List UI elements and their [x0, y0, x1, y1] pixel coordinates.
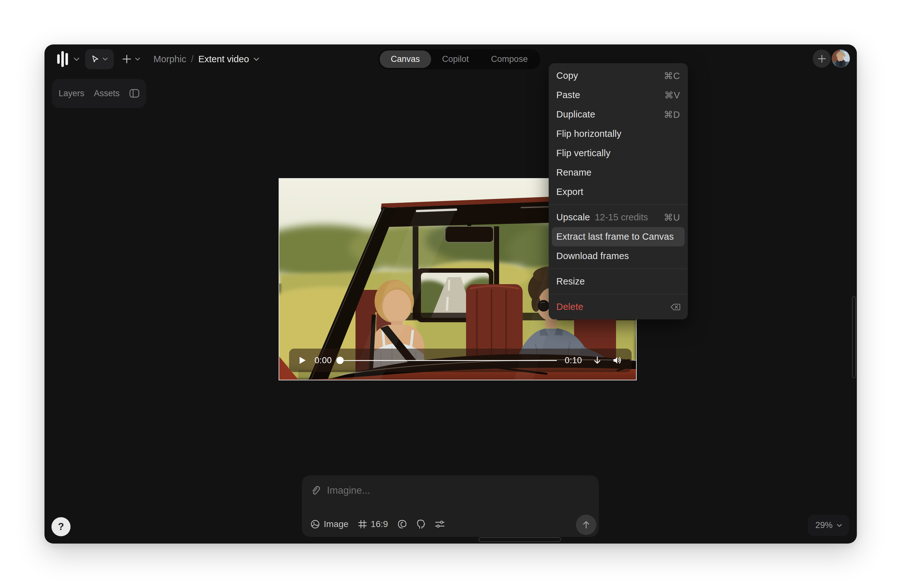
mode-selector[interactable]: Image	[310, 519, 349, 529]
backspace-icon	[671, 303, 680, 311]
prompt-input[interactable]: Imagine...	[327, 485, 370, 496]
aspect-ratio-selector[interactable]: 16:9	[358, 519, 388, 529]
left-panel-toggle: Layers Assets	[52, 79, 146, 108]
mode-label: Image	[324, 519, 349, 529]
app-window: Morphic / Extent video Canvas Copilot Co…	[44, 44, 857, 544]
menu-item-resize[interactable]: Resize	[549, 272, 688, 291]
menu-item-rename[interactable]: Rename	[549, 163, 688, 182]
duration: 0:10	[564, 356, 582, 366]
arrow-up-icon	[582, 520, 591, 529]
add-object-icon[interactable]	[122, 54, 131, 64]
upscale-credits-note: 12-15 credits	[595, 212, 648, 222]
layers-tab[interactable]: Layers	[58, 89, 84, 98]
horizontal-scrollbar[interactable]	[479, 537, 561, 542]
breadcrumb: Morphic / Extent video	[153, 54, 259, 64]
chevron-down-icon	[103, 58, 108, 61]
breadcrumb-separator: /	[191, 54, 193, 64]
volume-button[interactable]	[613, 356, 622, 365]
scrubber-handle[interactable]	[336, 357, 343, 364]
menu-item-extract-last-frame[interactable]: Extract last frame to Canvas	[552, 227, 684, 246]
menu-item-flip-vertically[interactable]: Flip vertically	[549, 143, 688, 163]
menu-item-upscale[interactable]: Upscale 12-15 credits ⌘U	[549, 208, 688, 227]
sidebar-toggle-icon[interactable]	[129, 89, 139, 98]
menu-item-paste[interactable]: Paste ⌘V	[549, 86, 688, 105]
sliders-icon[interactable]	[435, 520, 445, 529]
seek-bar[interactable]	[340, 360, 557, 361]
menu-separator	[549, 294, 688, 294]
help-button[interactable]: ?	[51, 517, 70, 536]
breadcrumb-project[interactable]: Morphic	[153, 54, 186, 64]
zoom-level: 29%	[815, 520, 832, 530]
tab-copilot[interactable]: Copilot	[431, 50, 480, 68]
chevron-down-icon[interactable]	[135, 58, 140, 61]
context-menu: Copy ⌘C Paste ⌘V Duplicate ⌘D Flip horiz…	[549, 63, 688, 319]
download-button[interactable]	[593, 356, 602, 365]
assets-tab[interactable]: Assets	[94, 89, 120, 98]
chevron-down-icon[interactable]	[74, 58, 80, 61]
view-switcher: Canvas Copilot Compose	[378, 49, 540, 69]
toolbar: Morphic / Extent video	[57, 49, 259, 69]
tab-canvas[interactable]: Canvas	[380, 50, 431, 68]
spiral-icon[interactable]	[398, 520, 407, 529]
menu-item-download-frames[interactable]: Download frames	[549, 246, 688, 266]
head-profile-icon[interactable]	[416, 520, 426, 529]
tab-compose[interactable]: Compose	[480, 50, 539, 68]
breadcrumb-page[interactable]: Extent video	[198, 54, 249, 64]
play-button[interactable]	[299, 356, 306, 364]
prompt-bar[interactable]: Imagine... Image 16:9	[302, 475, 599, 537]
aspect-ratio-icon	[358, 520, 367, 529]
zoom-control[interactable]: 29%	[808, 515, 849, 536]
chevron-down-icon[interactable]	[254, 58, 259, 61]
paperclip-icon[interactable]	[310, 485, 320, 496]
vertical-scrollbar[interactable]	[852, 296, 856, 378]
video-controls: 0:00 0:10	[289, 348, 631, 372]
image-icon	[310, 520, 320, 529]
menu-item-copy[interactable]: Copy ⌘C	[549, 66, 688, 86]
menu-item-duplicate[interactable]: Duplicate ⌘D	[549, 105, 688, 124]
menu-item-delete[interactable]: Delete	[549, 297, 688, 317]
aspect-ratio-label: 16:9	[371, 519, 388, 529]
submit-button[interactable]	[576, 515, 596, 535]
morphic-logo[interactable]	[57, 50, 69, 68]
menu-separator	[549, 204, 688, 205]
current-time: 0:00	[315, 356, 332, 366]
menu-separator	[549, 269, 688, 269]
menu-item-flip-horizontally[interactable]: Flip horizontally	[549, 124, 688, 143]
cursor-tool-button[interactable]	[85, 49, 114, 69]
chevron-down-icon	[837, 524, 842, 527]
menu-item-export[interactable]: Export	[549, 182, 688, 202]
cursor-tool-icon	[91, 55, 100, 63]
user-avatar[interactable]	[832, 50, 850, 68]
plus-icon	[817, 54, 826, 63]
add-button[interactable]	[813, 50, 831, 68]
